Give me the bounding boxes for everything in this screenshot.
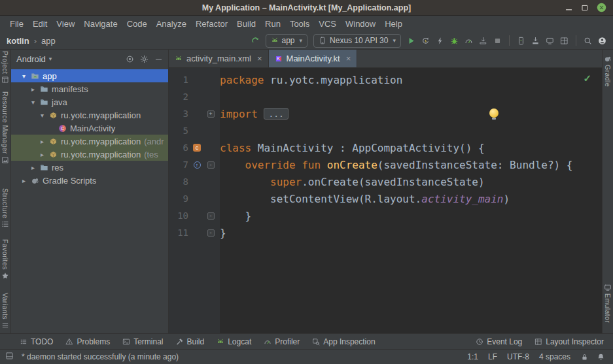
tree-item-manifests[interactable]: ▸manifests (11, 82, 168, 95)
sdk-manager-icon[interactable] (531, 37, 540, 45)
override-method-gutter-icon[interactable]: ↑ (194, 161, 201, 169)
gradle-sync-icon[interactable] (251, 37, 260, 45)
menu-run[interactable]: Run (260, 19, 285, 29)
debug-icon[interactable] (450, 37, 459, 45)
menu-window[interactable]: Window (341, 19, 380, 29)
quick-fix-bulb-icon[interactable] (489, 108, 499, 118)
chevron-right-icon[interactable]: ▸ (20, 177, 27, 184)
chevron-right-icon[interactable]: ▸ (29, 164, 37, 171)
project-view-mode-select[interactable]: Android ▾ (16, 54, 52, 64)
maximize-button[interactable] (581, 4, 589, 12)
settings-icon[interactable] (140, 55, 149, 63)
locate-file-icon[interactable] (126, 55, 134, 63)
caret-position-widget[interactable]: 1:1 (467, 352, 478, 361)
chevron-down-icon[interactable]: ▾ (29, 99, 37, 106)
gutter-row: 11- (169, 224, 220, 241)
tab-close-icon[interactable]: × (257, 54, 262, 63)
run-configuration-select[interactable]: app▾ (266, 34, 308, 48)
toolwindow-button-label: Build (187, 337, 205, 346)
code-editor[interactable]: 123+56c7↑-8910-11- package ru.yotc.myapp… (169, 68, 602, 333)
stripe-button-resource-manager[interactable]: Resource Manager (0, 91, 10, 164)
line-separator-widget[interactable]: LF (488, 352, 497, 361)
tree-item-ru-yotc-myapplication-tes[interactable]: ▸ru.yotc.myapplication(tes (11, 148, 168, 161)
menu-vcs[interactable]: VCS (314, 19, 341, 29)
hide-panel-icon[interactable] (154, 55, 163, 63)
menu-refactor[interactable]: Refactor (191, 19, 232, 29)
stripe-button-structure[interactable]: Structure (0, 188, 10, 228)
project-tool-window: Android ▾ ▾app▸manifests▾java▾ru.yotc.my… (11, 50, 169, 333)
stripe-button-gradle[interactable]: Gradle (603, 55, 613, 87)
stripe-button-variants[interactable]: Variants (0, 293, 10, 329)
toolwindow-button-event-log[interactable]: Event Log (476, 337, 522, 346)
toolwindow-button-layout-inspector[interactable]: Layout Inspector (534, 337, 604, 346)
main-area: ProjectResource ManagerStructureFavorite… (0, 50, 613, 333)
inspections-ok-icon[interactable]: ✓ (583, 73, 591, 84)
run-icon[interactable] (407, 37, 415, 45)
fold-marker-icon[interactable]: - (207, 161, 215, 169)
toolwindow-button-profiler[interactable]: Profiler (264, 337, 300, 346)
stripe-button-emulator[interactable]: Emulator (603, 284, 613, 323)
tree-item-app[interactable]: ▾app (11, 69, 168, 82)
fold-marker-icon[interactable]: + (207, 110, 215, 118)
stripe-button-favorites[interactable]: Favorites (0, 239, 10, 280)
toolwindow-button-logcat[interactable]: Logcat (217, 337, 251, 346)
profile-avatar-icon[interactable] (598, 37, 606, 45)
chevron-down-icon[interactable]: ▾ (39, 112, 46, 119)
chevron-down-icon[interactable]: ▾ (20, 73, 27, 80)
tree-item-mainactivity[interactable]: CMainActivity (11, 122, 168, 135)
stripe-button-project[interactable]: Project (0, 51, 10, 84)
nav-crumb-module[interactable]: kotlin (7, 36, 29, 46)
todo-icon (20, 338, 27, 346)
tree-item-ru-yotc-myapplication-andr[interactable]: ▸ru.yotc.myapplication(andr (11, 135, 168, 148)
menu-build[interactable]: Build (232, 19, 260, 29)
toolwindow-switcher-icon[interactable] (5, 352, 14, 360)
apply-code-changes-icon[interactable] (436, 37, 444, 45)
toolwindow-button-app-inspection[interactable]: App Inspection (312, 337, 375, 346)
toolwindow-button-problems[interactable]: Problems (65, 337, 110, 346)
menu-analyze[interactable]: Analyze (152, 19, 191, 29)
menu-file[interactable]: File (5, 19, 28, 29)
tab-close-icon[interactable]: × (346, 54, 351, 63)
device-select[interactable]: Nexus 10 API 30▾ (313, 34, 401, 48)
indent-widget[interactable]: 4 spaces (539, 352, 570, 361)
stop-icon[interactable] (493, 37, 502, 45)
close-button[interactable] (597, 3, 606, 12)
tree-item-gradle-scripts[interactable]: ▸Gradle Scripts (11, 174, 168, 187)
chevron-right-icon[interactable]: ▸ (29, 86, 37, 93)
toolwindow-button-terminal[interactable]: Terminal (122, 337, 163, 346)
tree-item-ru-yotc-myapplication[interactable]: ▾ru.yotc.myapplication (11, 108, 168, 122)
fold-marker-icon[interactable]: - (207, 212, 215, 220)
lock-icon[interactable] (580, 353, 589, 361)
toolwindow-button-build[interactable]: Build (176, 337, 205, 346)
android-class-gutter-icon[interactable]: c (193, 144, 201, 152)
menu-navigate[interactable]: Navigate (79, 19, 122, 29)
device-manager-icon[interactable] (517, 37, 525, 45)
layout-validation-icon[interactable] (560, 37, 569, 45)
menu-code[interactable]: Code (122, 19, 152, 29)
profile-icon[interactable] (464, 37, 473, 45)
editor-tab-mainactivity-kt[interactable]: KMainActivity.kt× (269, 50, 358, 67)
menu-view[interactable]: View (52, 19, 79, 29)
fold-marker-icon[interactable]: - (207, 229, 215, 237)
nav-crumb-app[interactable]: app (41, 36, 56, 46)
code-line: package ru.yotc.myapplication (220, 71, 602, 88)
tree-item-java[interactable]: ▾java (11, 95, 168, 108)
attach-debugger-icon[interactable] (479, 37, 487, 45)
minimize-button[interactable] (565, 3, 573, 12)
apply-changes-icon[interactable] (421, 37, 430, 45)
tree-item-suffix: (tes (144, 150, 158, 159)
encoding-widget[interactable]: UTF-8 (507, 352, 529, 361)
chevron-right-icon[interactable]: ▸ (39, 151, 46, 158)
search-everywhere-icon[interactable] (584, 37, 592, 45)
toolwindow-button-todo[interactable]: TODO (20, 337, 53, 346)
chevron-right-icon[interactable]: ▸ (39, 138, 46, 145)
menu-tools[interactable]: Tools (285, 19, 314, 29)
editor-tab-activity-main-xml[interactable]: activity_main.xml× (169, 50, 269, 67)
tree-item-res[interactable]: ▸res (11, 161, 168, 174)
menu-help[interactable]: Help (380, 19, 407, 29)
toolwindow-switcher-icon[interactable] (5, 352, 14, 362)
menu-edit[interactable]: Edit (28, 19, 52, 29)
notifications-icon[interactable] (597, 353, 605, 361)
virtual-devices-icon[interactable] (546, 37, 554, 45)
tree-item-label: ru.yotc.myapplication (61, 110, 141, 120)
